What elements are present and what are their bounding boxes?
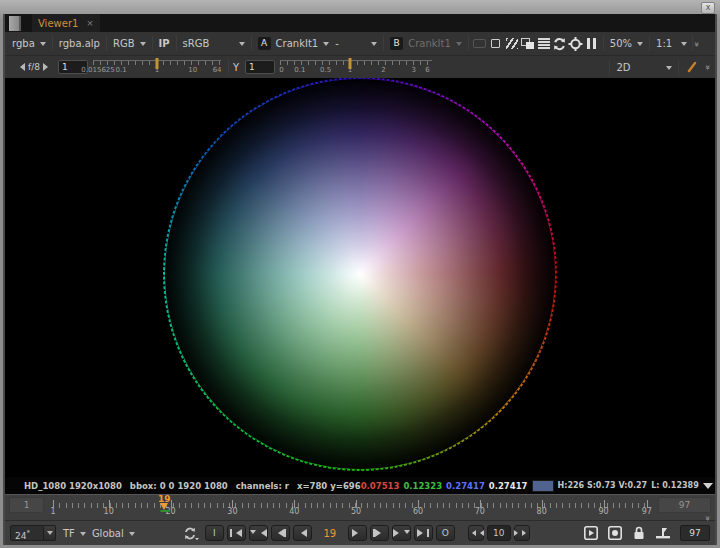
stop-button[interactable]: O	[436, 525, 455, 541]
chevron-down-icon	[239, 42, 245, 49]
slider-tick-label: 0	[279, 66, 283, 74]
frame-step-field[interactable]: 10	[487, 525, 511, 541]
window-titlebar[interactable]: x	[0, 0, 720, 14]
timeline-expand-icon[interactable]: »	[704, 516, 714, 521]
ruler-frame-label: 70	[475, 507, 485, 516]
channels-label: channels: r	[236, 481, 289, 491]
display-style-dropdown[interactable]: RGB	[110, 38, 149, 49]
monitor-output-icon[interactable]	[472, 35, 488, 53]
input-marker-button[interactable]: I	[205, 525, 224, 541]
pane-grip[interactable]	[9, 16, 21, 31]
lock-range-icon[interactable]	[629, 524, 649, 542]
refresh-icon[interactable]	[552, 35, 568, 53]
chevron-down-icon	[129, 532, 135, 539]
zoom-dropdown[interactable]: 50%	[607, 38, 646, 49]
ruler-frame-label: 1	[50, 507, 55, 516]
tab-close-icon[interactable]: ×	[86, 18, 94, 28]
transport-bar: 24* TF Global I	[5, 520, 715, 545]
play-forward-button[interactable]	[348, 525, 367, 541]
pixel-color-swatch	[532, 480, 554, 492]
chevron-down-icon	[637, 42, 643, 49]
gamma-slider[interactable]: 00.10.51236	[280, 58, 432, 76]
tab-title: Viewer1	[38, 18, 78, 29]
cursor-pos-label: x=780 y=696	[297, 481, 361, 491]
input-process-toggle[interactable]: IP	[156, 38, 173, 49]
prev-keyframe-button[interactable]	[249, 525, 268, 541]
gain-slider[interactable]: 0.0156250.111064	[93, 58, 221, 76]
timeline[interactable]: 1 110203040506070809097 19 97 »	[5, 494, 715, 520]
playhead-marker-icon	[160, 503, 168, 514]
current-frame-field[interactable]: 19	[315, 528, 345, 539]
viewer-canvas[interactable]	[5, 78, 715, 477]
timeline-display-dropdown[interactable]: TF	[60, 528, 89, 539]
color-wheel-image	[163, 78, 557, 471]
viewer-panel: Viewer1 × rgba rgba.alp RGB IP sRGB	[3, 14, 717, 545]
viewer-lut-dropdown[interactable]: sRGB	[180, 38, 248, 49]
format-label: HD_1080 1920x1080	[24, 481, 122, 491]
pixel-r-value: 0.07513	[361, 481, 400, 491]
slider-tick-label: 64	[213, 66, 222, 74]
pixel-hsv-value: H:226 S:0.73 V:0.27	[558, 481, 648, 490]
step-back-n-button[interactable]	[468, 525, 484, 541]
record-icon[interactable]	[605, 524, 625, 542]
ruler-frame-label: 80	[537, 507, 547, 516]
timeline-ruler[interactable]: 110203040506070809097 19	[47, 495, 653, 520]
chevron-down-icon	[666, 66, 672, 73]
checkerboard-icon[interactable]	[504, 35, 520, 53]
slider-tick-label: 10	[188, 66, 197, 74]
info-expand-icon[interactable]	[703, 483, 713, 494]
gamma-input[interactable]: 1	[245, 60, 275, 74]
roi-icon[interactable]	[568, 35, 584, 53]
step-forward-button[interactable]	[370, 525, 389, 541]
step-back-button[interactable]	[271, 525, 290, 541]
flipbook-play-icon[interactable]	[581, 524, 601, 542]
gamma-display-icon[interactable]	[488, 35, 504, 53]
range-end-input[interactable]: 97	[658, 497, 711, 513]
pixel-b-value: 0.27417	[446, 481, 485, 491]
scanline-mode-icon[interactable]	[536, 35, 552, 53]
slider-tick-label: 3	[412, 66, 416, 74]
bbox-label: bbox: 0 0 1920 1080	[130, 481, 228, 491]
expand-toolbar-icon[interactable]: »	[692, 41, 702, 46]
window-close-button[interactable]: x	[701, 2, 715, 14]
tab-viewer1[interactable]: Viewer1 ×	[32, 14, 100, 32]
tab-bar: Viewer1 ×	[5, 14, 715, 32]
alpha-channel-dropdown[interactable]: rgba.alp	[56, 38, 103, 49]
slider-tick-label: 0.015625	[81, 66, 114, 74]
play-backward-button[interactable]	[293, 525, 312, 541]
gain-slider-handle[interactable]	[155, 58, 158, 69]
fps-dropdown[interactable]: 24*	[10, 525, 56, 541]
proxy-dropdown[interactable]: 1:1	[653, 38, 690, 49]
step-forward-n-button[interactable]	[514, 525, 530, 541]
expand-toolbar-icon[interactable]: »	[704, 65, 714, 70]
playhead-sync-icon[interactable]	[653, 524, 673, 542]
fstop-label: f/8	[28, 62, 40, 72]
goto-start-button[interactable]	[227, 525, 246, 541]
pixel-a-value: 0.27417	[489, 481, 528, 491]
channels-dropdown[interactable]: rgba	[9, 38, 49, 49]
chevron-down-icon	[47, 531, 53, 538]
input-a-dropdown[interactable]: A CrankIt1	[255, 37, 333, 50]
chevron-down-icon	[456, 42, 462, 49]
goto-end-button[interactable]	[414, 525, 433, 541]
gamma-slider-handle[interactable]	[348, 58, 351, 69]
view-mode-dropdown[interactable]: 2D	[613, 62, 675, 73]
ruler-frame-label: 60	[413, 507, 423, 516]
ruler-frame-label: 90	[598, 507, 608, 516]
next-fstop-icon[interactable]	[43, 63, 52, 71]
annotate-pencil-icon[interactable]	[686, 61, 698, 73]
viewer-info-bar: HD_1080 1920x1080 bbox: 0 0 1920 1080 ch…	[5, 477, 715, 494]
playback-mode-icon[interactable]	[180, 524, 202, 542]
pause-updates-icon[interactable]	[584, 35, 600, 53]
viewer-toolbar-top: rgba rgba.alp RGB IP sRGB A CrankIt1	[5, 32, 715, 56]
next-keyframe-button[interactable]	[392, 525, 411, 541]
frame-range-dropdown[interactable]: Global	[89, 528, 138, 539]
prev-fstop-icon[interactable]	[16, 63, 25, 71]
last-frame-field[interactable]: 97	[680, 525, 710, 541]
wipe-compare-icon[interactable]	[520, 35, 536, 53]
range-start-input[interactable]: 1	[9, 497, 44, 513]
input-b-dropdown[interactable]: B CrankIt1	[387, 37, 465, 50]
ab-blend-dropdown[interactable]: -	[332, 38, 380, 49]
slider-tick-label: 6	[425, 66, 429, 74]
chevron-down-icon	[80, 532, 86, 539]
